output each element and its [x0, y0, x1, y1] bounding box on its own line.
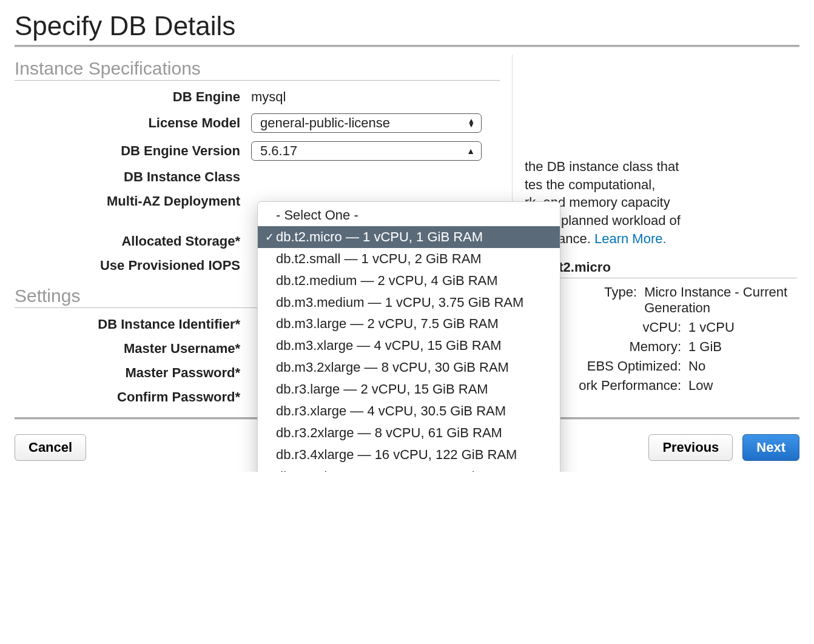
db-engine-value: mysql: [251, 89, 512, 105]
select-arrows-icon: ▲▼: [468, 119, 475, 127]
db-engine-label: DB Engine: [15, 89, 251, 105]
details-ebs-value: No: [688, 358, 705, 374]
dropdown-option-label: db.r3.4xlarge — 16 vCPU, 122 GiB RAM: [276, 445, 517, 465]
dropdown-option-label: db.m3.2xlarge — 8 vCPU, 30 GiB RAM: [276, 358, 509, 377]
dropdown-option-label: db.t2.medium — 2 vCPU, 4 GiB RAM: [276, 271, 498, 290]
license-model-label: License Model: [15, 115, 251, 131]
db-instance-class-dropdown[interactable]: ✓- Select One -✓db.t2.micro — 1 vCPU, 1 …: [257, 201, 560, 472]
dropdown-option[interactable]: db.t2.medium — 2 vCPU, 4 GiB RAM: [258, 270, 560, 292]
previous-button[interactable]: Previous: [648, 434, 733, 461]
dropdown-option[interactable]: db.r3.xlarge — 4 vCPU, 30.5 GiB RAM: [258, 400, 560, 422]
dropdown-option[interactable]: db.r3.8xlarge — 32 vCPU, 244 GiB RAM: [258, 466, 560, 472]
instance-class-help-text: the DB instance class that tes the compu…: [525, 158, 797, 247]
dropdown-option[interactable]: db.m3.2xlarge — 8 vCPU, 30 GiB RAM: [258, 357, 560, 378]
divider: [15, 45, 799, 47]
license-model-select[interactable]: general-public-license ▲▼: [251, 113, 482, 133]
dropdown-placeholder: ✓- Select One -: [258, 204, 560, 226]
dropdown-option-label: db.t2.small — 1 vCPU, 2 GiB RAM: [276, 249, 482, 269]
dropdown-option-label: db.r3.large — 2 vCPU, 15 GiB RAM: [276, 380, 488, 399]
dropdown-option-label: db.r3.xlarge — 4 vCPU, 30.5 GiB RAM: [276, 401, 506, 421]
next-button[interactable]: Next: [742, 434, 799, 461]
use-provisioned-iops-label: Use Provisioned IOPS: [15, 258, 251, 273]
master-password-label: Master Password*: [15, 365, 251, 381]
dropdown-option-label: db.m3.medium — 1 vCPU, 3.75 GiB RAM: [276, 293, 523, 312]
cancel-button[interactable]: Cancel: [15, 434, 86, 461]
details-vcpu-value: 1 vCPU: [688, 320, 735, 335]
page-title: Specify DB Details: [15, 11, 799, 41]
dropdown-option[interactable]: ✓db.t2.micro — 1 vCPU, 1 GiB RAM: [258, 226, 560, 248]
dropdown-option-label: db.r3.2xlarge — 8 vCPU, 61 GiB RAM: [276, 423, 502, 443]
dropdown-option-label: db.t2.micro — 1 vCPU, 1 GiB RAM: [276, 227, 483, 247]
dropdown-option[interactable]: db.m3.medium — 1 vCPU, 3.75 GiB RAM: [258, 292, 560, 314]
db-instance-identifier-label: DB Instance Identifier*: [15, 317, 251, 332]
master-username-label: Master Username*: [15, 341, 251, 357]
dropdown-option[interactable]: db.t2.small — 1 vCPU, 2 GiB RAM: [258, 248, 560, 270]
dropdown-option-label: db.m3.xlarge — 4 vCPU, 15 GiB RAM: [276, 336, 502, 355]
dropdown-option[interactable]: db.r3.4xlarge — 16 vCPU, 122 GiB RAM: [258, 444, 560, 466]
allocated-storage-label: Allocated Storage*: [15, 233, 251, 249]
learn-more-link[interactable]: Learn More.: [594, 231, 667, 246]
instance-details-header: s: db.t2.micro: [525, 260, 797, 278]
dropdown-option[interactable]: db.r3.large — 2 vCPU, 15 GiB RAM: [258, 378, 560, 400]
db-instance-class-label: DB Instance Class: [15, 169, 251, 185]
multi-az-label: Multi-AZ Deployment: [15, 193, 251, 209]
details-netperf-value: Low: [688, 378, 713, 394]
license-model-select-value: general-public-license: [260, 115, 390, 131]
db-engine-version-label: DB Engine Version: [15, 143, 251, 159]
dropdown-option[interactable]: db.m3.xlarge — 4 vCPU, 15 GiB RAM: [258, 335, 560, 357]
details-memory-value: 1 GiB: [688, 339, 722, 355]
check-icon: ✓: [263, 229, 276, 245]
dropdown-option[interactable]: db.m3.large — 2 vCPU, 7.5 GiB RAM: [258, 313, 560, 335]
db-engine-version-select-value: 5.6.17: [260, 143, 297, 159]
dropdown-option[interactable]: db.r3.2xlarge — 8 vCPU, 61 GiB RAM: [258, 422, 560, 444]
db-engine-version-select[interactable]: 5.6.17 ▲: [251, 141, 482, 161]
dropdown-option-label: db.m3.large — 2 vCPU, 7.5 GiB RAM: [276, 314, 499, 334]
details-type-value: Micro Instance - Current Generation: [644, 284, 797, 316]
instance-details-table: Type: Micro Instance - Current Generatio…: [525, 284, 797, 394]
confirm-password-label: Confirm Password*: [15, 389, 251, 405]
section-instance-specifications: Instance Specifications: [15, 58, 500, 81]
select-up-arrow-icon: ▲: [466, 146, 475, 156]
dropdown-option-label: db.r3.8xlarge — 32 vCPU, 244 GiB RAM: [276, 467, 517, 472]
